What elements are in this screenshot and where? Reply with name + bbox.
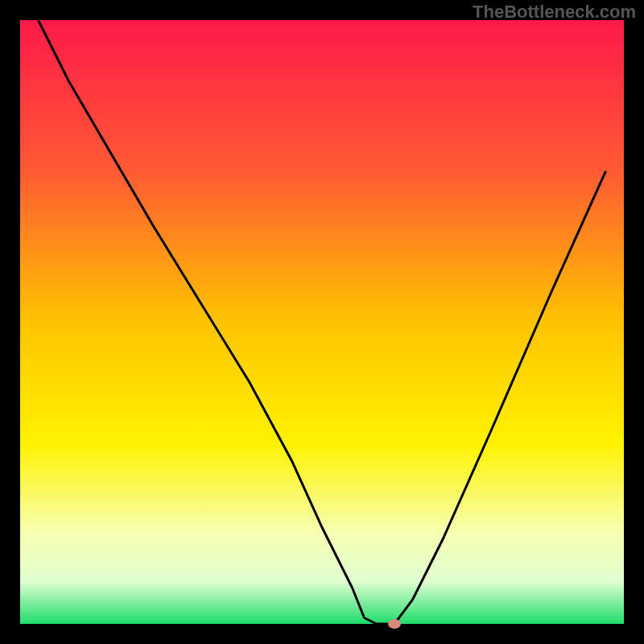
current-position-marker	[388, 619, 401, 629]
bottleneck-chart	[0, 0, 644, 644]
watermark-label: TheBottleneck.com	[473, 2, 636, 23]
plot-background	[20, 20, 624, 624]
chart-container: TheBottleneck.com	[0, 0, 644, 644]
